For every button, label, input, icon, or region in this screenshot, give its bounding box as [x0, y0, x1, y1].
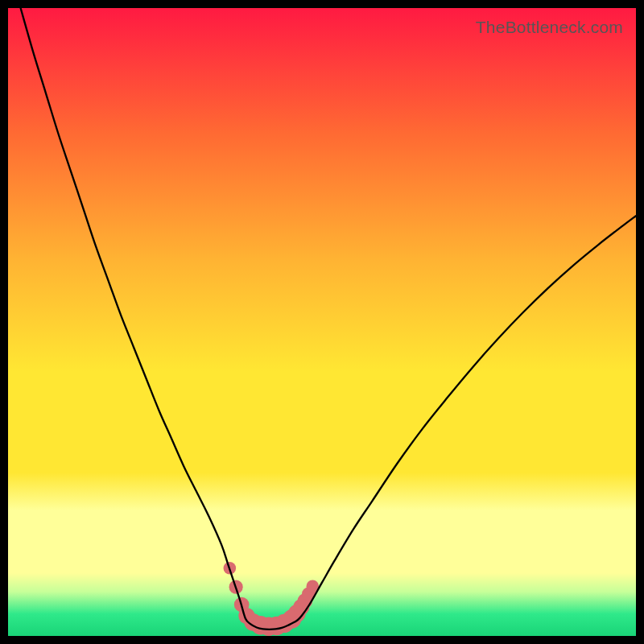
bottleneck-curve	[21, 8, 636, 630]
watermark-text: TheBottleneck.com	[476, 18, 623, 37]
plot-area: TheBottleneck.com	[8, 8, 636, 636]
curve-layer	[8, 8, 636, 636]
trough-marker-group	[224, 562, 320, 636]
chart-frame: TheBottleneck.com	[0, 0, 644, 644]
